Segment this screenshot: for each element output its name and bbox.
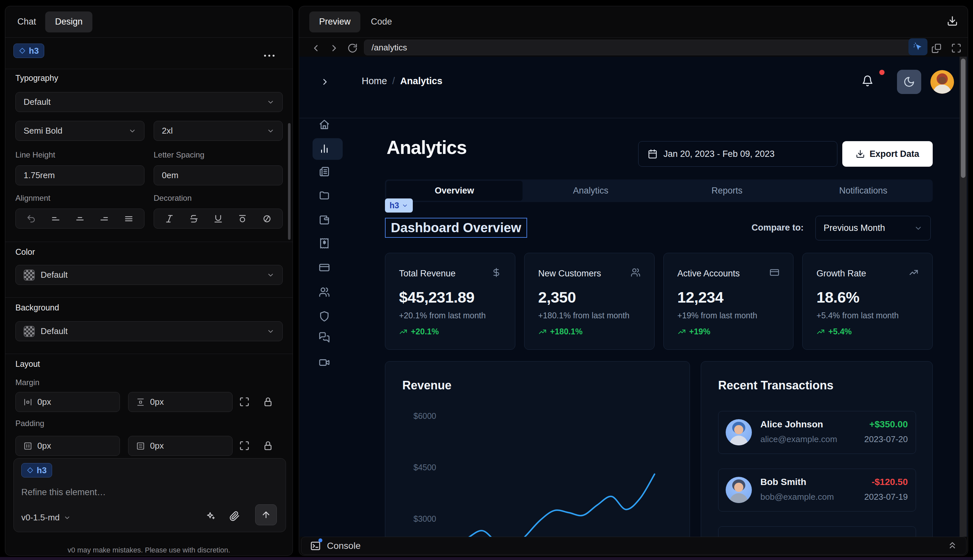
stat-card-total-revenue: Total Revenue $45,231.89 +20.1% from las… (385, 253, 515, 350)
chevron-down-icon (402, 202, 408, 209)
date-range-button[interactable]: Jan 20, 2023 - Feb 09, 2023 (638, 141, 837, 167)
font-style-select[interactable]: Default (15, 92, 283, 112)
diamond-icon (27, 467, 33, 473)
url-input[interactable] (364, 40, 913, 55)
tab-reports[interactable]: Reports (659, 181, 795, 201)
align-right-icon[interactable] (99, 214, 109, 224)
padding-x-input[interactable]: 0px (15, 436, 120, 456)
dollar-sign-icon (491, 268, 501, 280)
tab-code[interactable]: Code (371, 17, 392, 27)
bell-icon[interactable] (861, 75, 873, 87)
align-left-icon[interactable] (51, 214, 61, 224)
bottom-accent-strip (0, 557, 973, 560)
sparkles-icon[interactable] (206, 511, 216, 522)
paperclip-icon[interactable] (229, 511, 240, 522)
selected-section-title: Dashboard Overview (385, 218, 527, 238)
sidebar-wallet-icon[interactable] (319, 214, 330, 225)
theme-toggle-button[interactable] (897, 70, 921, 94)
sidebar-receipt-icon[interactable] (319, 238, 330, 249)
sidebar-security-icon[interactable] (319, 311, 330, 322)
tab-design[interactable]: Design (45, 12, 92, 32)
align-center-icon[interactable] (75, 214, 85, 224)
sidebar-reports-icon[interactable] (319, 166, 330, 177)
chevrons-up-icon[interactable] (947, 540, 958, 552)
padding-lock-icon[interactable] (263, 440, 273, 451)
sidebar-billing-icon[interactable] (319, 262, 330, 273)
trending-up-icon (678, 327, 686, 336)
send-button[interactable] (255, 504, 277, 525)
chevron-down-icon (129, 127, 136, 135)
design-panel: Chat Design h3 Typography Default Semi B… (5, 6, 293, 556)
model-select[interactable]: v0-1.5-md (21, 513, 71, 523)
tab-preview[interactable]: Preview (309, 12, 360, 32)
sidebar-home-icon[interactable] (319, 119, 330, 130)
breadcrumb-home[interactable]: Home (362, 76, 387, 87)
underline-icon[interactable] (213, 214, 223, 224)
sidebar-toggle-icon[interactable] (320, 77, 330, 87)
user-avatar[interactable] (930, 70, 954, 94)
divider (5, 242, 292, 242)
padding-expand-icon[interactable] (239, 440, 250, 451)
margin-y-input[interactable]: 0px (128, 392, 233, 412)
transaction-amount: +$350.00 (864, 419, 908, 430)
chevron-down-icon (63, 514, 71, 522)
sidebar-video-icon[interactable] (319, 357, 330, 368)
italic-icon[interactable] (164, 214, 174, 224)
transaction-row[interactable]: Alice Johnson alice@example.com +$350.00… (718, 411, 916, 454)
tab-analytics[interactable]: Analytics (522, 181, 659, 201)
left-panel-scrollbar[interactable] (288, 123, 290, 240)
element-tag-pill[interactable]: h3 (385, 198, 413, 213)
margin-vertical-icon (136, 398, 145, 407)
console-label: Console (327, 541, 361, 551)
preview-scrollbar-thumb[interactable] (961, 58, 965, 178)
console-bar[interactable]: Console (301, 537, 966, 555)
typography-section-label: Typography (15, 73, 58, 83)
selected-element-badge[interactable]: h3 (13, 43, 44, 58)
strikethrough-icon[interactable] (189, 214, 199, 224)
maximize-icon[interactable] (951, 43, 961, 53)
font-weight-select[interactable]: Semi Bold (15, 121, 145, 141)
tab-notifications[interactable]: Notifications (795, 181, 931, 201)
breadcrumb-current: Analytics (400, 76, 442, 87)
margin-lock-icon[interactable] (263, 397, 273, 407)
refine-chat-box[interactable]: h3 Refine this element… v0-1.5-md (13, 458, 286, 532)
background-select[interactable]: Default (15, 321, 283, 341)
transaction-row-partial[interactable] (718, 526, 916, 537)
sidebar-users-icon[interactable] (319, 287, 330, 298)
letter-spacing-input[interactable]: 0em (154, 165, 283, 185)
sidebar-messages-icon[interactable] (319, 332, 330, 343)
line-height-input[interactable]: 1.75rem (15, 165, 145, 185)
undo-icon[interactable] (26, 214, 36, 224)
padding-y-input[interactable]: 0px (128, 436, 233, 456)
export-data-button[interactable]: Export Data (842, 141, 933, 167)
forward-icon[interactable] (329, 43, 339, 53)
sidebar-folder-icon[interactable] (319, 190, 330, 201)
font-size-select[interactable]: 2xl (154, 121, 283, 141)
chevron-down-icon (267, 127, 275, 135)
compare-label: Compare to: (751, 223, 804, 233)
tab-chat[interactable]: Chat (17, 17, 45, 27)
app-viewport: Home / Analytics (299, 57, 968, 537)
refine-input[interactable]: Refine this element… (21, 487, 106, 497)
tab-overview[interactable]: Overview (386, 181, 522, 201)
more-menu-icon[interactable] (264, 55, 275, 57)
copy-icon[interactable] (931, 43, 942, 53)
color-select[interactable]: Default (15, 265, 283, 285)
back-icon[interactable] (310, 43, 321, 53)
disclaimer-text: v0 may make mistakes. Please use with di… (5, 546, 292, 555)
preview-scrollbar[interactable] (960, 57, 967, 537)
refresh-icon[interactable] (347, 43, 358, 53)
margin-x-input[interactable]: 0px (15, 392, 120, 412)
no-decoration-icon[interactable] (262, 214, 272, 224)
margin-expand-icon[interactable] (239, 397, 250, 407)
refine-element-badge[interactable]: h3 (21, 463, 52, 477)
preview-panel: Preview Code Home / (299, 6, 968, 556)
sidebar-analytics-icon[interactable] (319, 143, 330, 154)
decoration-toolbar (154, 208, 283, 228)
overline-icon[interactable] (237, 214, 247, 224)
download-icon[interactable] (947, 15, 958, 28)
inspect-cursor-button[interactable] (908, 38, 928, 55)
align-justify-icon[interactable] (124, 214, 134, 224)
compare-select[interactable]: Previous Month (815, 216, 931, 240)
transaction-row[interactable]: Bob Smith bob@example.com -$120.50 2023-… (718, 468, 916, 512)
